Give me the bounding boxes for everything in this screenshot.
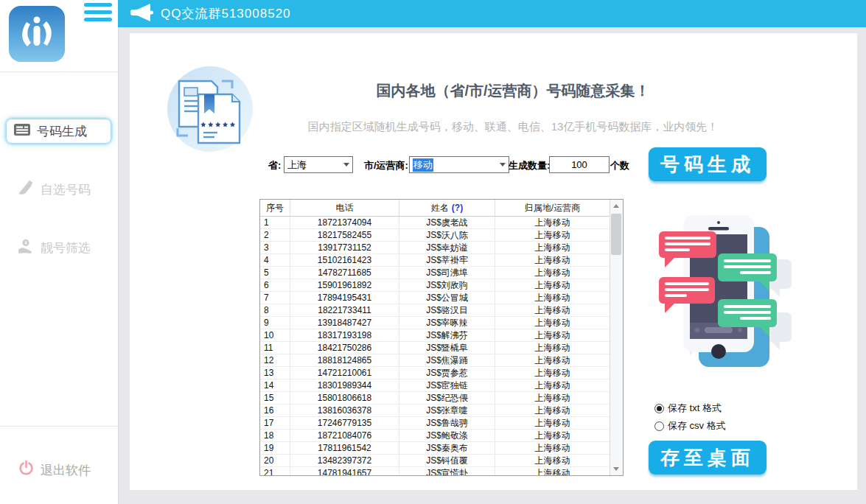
radio-selected-icon (654, 404, 664, 413)
table-row[interactable]: 615901961892JS$刘敌驹上海移动 (260, 279, 610, 292)
table-scrollbar[interactable] (610, 200, 623, 475)
table-row[interactable]: 818221733411JS$骆汉目上海移动 (260, 304, 610, 317)
phone-cell: 17246779135 (290, 417, 399, 429)
table-row[interactable]: 1613816036378JS$张章嚏上海移动 (260, 405, 610, 417)
table-header: 序号电话姓名(?)归属地/运营商 (260, 200, 610, 217)
name-cell: JS$宣慌卦 (399, 467, 495, 476)
name-cell: JS$沃八陈 (399, 229, 495, 241)
province-value: 上海 (287, 158, 307, 172)
sidebar-item-nice-number-filter[interactable]: ¥ 靓号筛选 (18, 238, 91, 258)
table-row[interactable]: 1818721084076JS$鲍敬涤上海移动 (260, 430, 610, 442)
phone-cell: 13918487427 (290, 317, 399, 329)
app-logo-icon[interactable] (9, 6, 65, 62)
documents-illustration (166, 65, 254, 153)
scroll-up-button[interactable] (610, 200, 622, 212)
phone-chat-illustration (656, 212, 796, 373)
table-row[interactable]: 1515801806618JS$纪恐偎上海移动 (260, 392, 610, 405)
phone-cell: 18818124865 (290, 354, 399, 366)
seq-cell: 16 (260, 405, 290, 416)
phone-cell: 14782711685 (290, 267, 399, 279)
phone-cell: 18221733411 (290, 304, 399, 316)
city-carrier-value: 移动 (413, 158, 433, 172)
table-row[interactable]: 2114781941657JS$宣慌卦上海移动 (260, 467, 610, 476)
save-csv-label: 保存 csv 格式 (668, 419, 726, 433)
scroll-down-button[interactable] (610, 463, 622, 475)
seq-cell: 1 (260, 217, 290, 228)
name-cell: JS$公冒城 (399, 292, 495, 304)
pen-icon (18, 180, 34, 200)
column-header[interactable]: 归属地/运营商 (495, 200, 610, 216)
name-cell: JS$暨橇阜 (399, 342, 495, 354)
count-input[interactable] (549, 156, 610, 173)
table-row[interactable]: 218217582455JS$沃八陈上海移动 (260, 229, 610, 242)
scrollbar-thumb[interactable] (611, 214, 621, 255)
city-carrier-select[interactable]: 移动 (409, 156, 509, 173)
sidebar: 号码生成 自选号码 ¥ 靓号筛选 (0, 0, 119, 504)
seq-cell: 11 (260, 342, 290, 354)
name-cell: JS$虞老战 (399, 217, 495, 228)
carrier-cell: 上海移动 (495, 279, 610, 291)
carrier-cell: 上海移动 (495, 254, 610, 266)
table-row[interactable]: 1418301989344JS$宦独链上海移动 (260, 379, 610, 392)
table-row[interactable]: 118721374094JS$虞老战上海移动 (260, 217, 610, 229)
hamburger-icon[interactable] (84, 3, 112, 24)
column-header[interactable]: 序号 (260, 200, 290, 216)
name-hint-link[interactable]: (?) (452, 203, 463, 213)
table-row[interactable]: 717894195431JS$公冒城上海移动 (260, 292, 610, 304)
phone-cell: 14781941657 (290, 467, 399, 476)
chevron-down-icon (343, 163, 349, 167)
phone-cell: 15801806618 (290, 392, 399, 404)
table-row[interactable]: 2013482397372JS$钭值覆上海移动 (260, 455, 610, 467)
table-row[interactable]: 415102161423JS$莘褂牢上海移动 (260, 254, 610, 267)
table-row[interactable]: 1314721210061JS$贾参惹上海移动 (260, 367, 610, 379)
seq-cell: 5 (260, 267, 290, 279)
column-header[interactable]: 电话 (290, 200, 399, 216)
table-row[interactable]: 514782711685JS$司沸埠上海移动 (260, 267, 610, 279)
megaphone-icon (128, 2, 155, 26)
phone-cell: 18217582455 (290, 229, 399, 241)
seq-cell: 6 (260, 279, 290, 291)
table-row[interactable]: 313917731152JS$幸妨谥上海移动 (260, 242, 610, 254)
phone-cell: 17811961542 (290, 442, 399, 454)
sidebar-item-pick-number[interactable]: 自选号码 (18, 180, 91, 200)
sidebar-item-number-generate[interactable]: 号码生成 (6, 119, 111, 144)
carrier-cell: 上海移动 (495, 405, 610, 416)
seq-cell: 13 (260, 367, 290, 379)
table-row[interactable]: 913918487427JS$宰啄辣上海移动 (260, 317, 610, 329)
phone-cell: 15102161423 (290, 254, 399, 266)
save-to-desktop-button[interactable]: 存至桌面 (649, 441, 767, 475)
table-row[interactable]: 1218818124865JS$焦瀑踊上海移动 (260, 354, 610, 367)
name-cell: JS$骆汉目 (399, 304, 495, 316)
province-select[interactable]: 上海 (284, 156, 353, 173)
table-row[interactable]: 1118421750286JS$暨橇阜上海移动 (260, 342, 610, 354)
carrier-cell: 上海移动 (495, 367, 610, 379)
seq-cell: 15 (260, 392, 290, 404)
seq-cell: 8 (260, 304, 290, 316)
column-header[interactable]: 姓名(?) (399, 200, 495, 216)
carrier-cell: 上海移动 (495, 392, 610, 404)
table-row[interactable]: 1018317193198JS$解沸芬上海移动 (260, 329, 610, 342)
exit-app-button[interactable]: 退出软件 (18, 460, 91, 480)
name-cell: JS$钭值覆 (399, 455, 495, 466)
name-cell: JS$鲍敬涤 (399, 430, 495, 441)
main-panel: 国内各地（省/市/运营商）号码随意采集！ 国内指定区域随机生成号码，移动、联通、… (130, 33, 857, 490)
save-csv-radio[interactable]: 保存 csv 格式 (654, 419, 726, 433)
phone-cell: 18317193198 (290, 329, 399, 341)
results-table: 序号电话姓名(?)归属地/运营商 118721374094JS$虞老战上海移动2… (259, 199, 624, 476)
sidebar-item-label: 号码生成 (37, 123, 87, 140)
name-cell: JS$司沸埠 (399, 267, 495, 279)
count-label: 生成数量: (509, 159, 550, 172)
carrier-cell: 上海移动 (495, 242, 610, 253)
seq-cell: 2 (260, 229, 290, 241)
table-row[interactable]: 1717246779135JS$鲁哉骋上海移动 (260, 417, 610, 430)
chevron-up-icon (613, 204, 619, 208)
table-row[interactable]: 1917811961542JS$秦奥布上海移动 (260, 442, 610, 455)
phone-cell: 14721210061 (290, 367, 399, 379)
save-txt-radio[interactable]: 保存 txt 格式 (654, 402, 722, 415)
generate-button[interactable]: 号码生成 (649, 147, 767, 181)
phone-cell: 17894195431 (290, 292, 399, 304)
name-cell: JS$焦瀑踊 (399, 354, 495, 366)
name-cell: JS$莘褂牢 (399, 254, 495, 266)
name-cell: JS$宰啄辣 (399, 317, 495, 329)
seq-cell: 21 (260, 467, 290, 476)
